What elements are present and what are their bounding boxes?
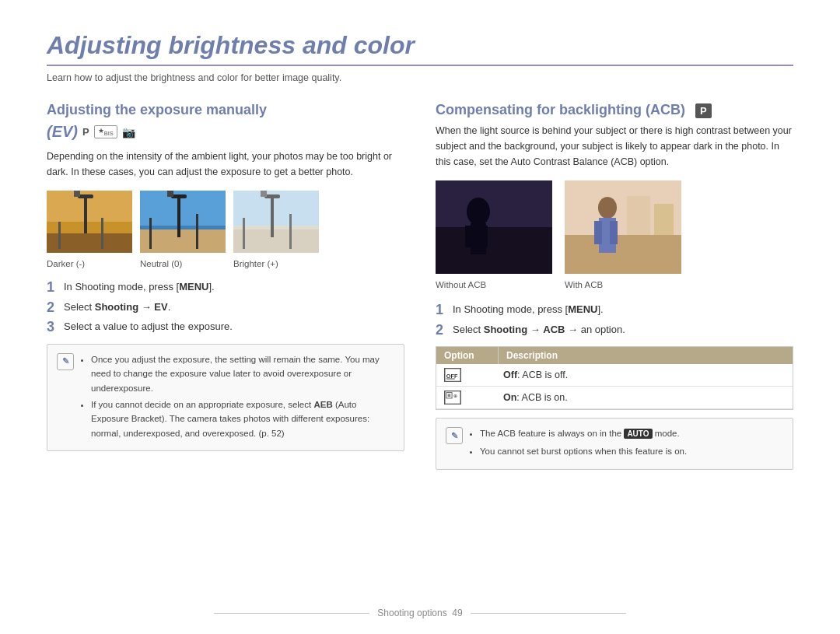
caption-neutral: Neutral (0) <box>140 259 226 268</box>
auto-badge: AUTO <box>624 429 652 439</box>
acb-options-table: Option Description OFF Off: ACB is <box>436 346 793 410</box>
svg-rect-7 <box>101 218 103 249</box>
svg-rect-23 <box>289 214 292 249</box>
svg-point-27 <box>467 198 490 226</box>
step-3: 3 Select a value to adjust the exposure. <box>47 319 404 336</box>
page-title: Adjusting brightness and color <box>47 31 793 66</box>
svg-rect-19 <box>271 194 274 237</box>
footer-page-number: 49 <box>452 608 462 618</box>
svg-rect-45 <box>448 394 451 398</box>
acb-off-desc: Off: ACB is off. <box>499 370 793 380</box>
camera-icon: 📷 <box>122 126 135 138</box>
caption-darker: Darker (-) <box>47 259 132 268</box>
svg-text:OFF: OFF <box>446 373 458 380</box>
step-2-number: 2 <box>47 299 59 317</box>
svg-rect-39 <box>610 221 618 244</box>
photo-neutral <box>140 191 226 253</box>
step-2-text: Select Shooting → EV. <box>64 299 404 315</box>
two-column-layout: Adjusting the exposure manually (EV) P ★… <box>47 102 793 470</box>
svg-rect-38 <box>594 221 602 244</box>
svg-rect-35 <box>654 204 674 235</box>
acb-on-desc: On: ACB is on. <box>499 392 793 403</box>
left-section-title: Adjusting the exposure manually <box>47 102 404 118</box>
darker-image-svg <box>47 191 132 253</box>
svg-rect-22 <box>243 218 245 249</box>
svg-rect-42 <box>446 379 455 380</box>
acb-photos-row <box>436 180 793 274</box>
caption-brighter: Brighter (+) <box>233 259 319 268</box>
step-2: 2 Select Shooting → EV. <box>47 299 404 317</box>
photo-brighter <box>233 191 319 253</box>
caption-without-acb: Without ACB <box>436 280 552 289</box>
table-row-on: ⊕ On: ACB is on. <box>436 387 793 409</box>
right-column: Compensating for backlighting (ACB) P Wh… <box>436 102 793 470</box>
svg-rect-14 <box>149 218 152 249</box>
svg-rect-26 <box>436 227 552 274</box>
step-1-number: 1 <box>47 279 59 296</box>
step-3-number: 3 <box>47 319 59 336</box>
right-step-1-number: 1 <box>436 302 448 319</box>
right-body-text: When the light source is behind your sub… <box>436 123 793 170</box>
table-header-row: Option Description <box>436 347 793 364</box>
mode-bis-icon: ★BIS <box>94 125 117 138</box>
svg-rect-33 <box>565 235 681 274</box>
step-1: 1 In Shooting mode, press [MENU]. <box>47 279 404 296</box>
svg-rect-15 <box>196 214 198 249</box>
right-section-title: Compensating for backlighting (ACB) P <box>436 102 793 118</box>
footer-divider-left <box>214 613 369 614</box>
neutral-image-svg <box>140 191 226 253</box>
page: Adjusting brightness and color Learn how… <box>0 0 840 634</box>
svg-rect-11 <box>177 194 180 237</box>
photo-without-acb <box>436 180 552 274</box>
without-acb-svg <box>436 180 552 274</box>
brighter-image-svg <box>233 191 319 253</box>
ev-label: (EV) <box>47 123 78 141</box>
svg-point-36 <box>598 197 617 219</box>
note-content-right: The ACB feature is always on in the AUTO… <box>469 426 687 461</box>
right-p-badge: P <box>695 103 712 118</box>
acb-off-icon: OFF <box>444 368 461 382</box>
step-1-text: In Shooting mode, press [MENU]. <box>64 279 404 295</box>
with-acb-svg <box>565 180 681 274</box>
note-content-left: Once you adjust the exposure, the settin… <box>80 352 394 443</box>
photo-darker <box>47 191 132 253</box>
table-header-option: Option <box>436 347 499 364</box>
svg-rect-2 <box>84 194 87 233</box>
acb-on-option: ⊕ <box>436 391 499 405</box>
svg-rect-4 <box>74 191 80 197</box>
footer-text: Shooting options 49 <box>377 608 462 618</box>
svg-rect-10 <box>140 229 226 253</box>
photo-with-acb <box>565 180 681 274</box>
acb-captions-row: Without ACB With ACB <box>436 280 793 289</box>
left-note-box: ✎ Once you adjust the exposure, the sett… <box>47 344 404 451</box>
acb-off-option: OFF <box>436 368 499 382</box>
right-step-1-text: In Shooting mode, press [MENU]. <box>453 302 793 317</box>
table-row-off: OFF Off: ACB is off. <box>436 364 793 387</box>
right-step-2-text: Select Shooting → ACB → an option. <box>453 322 793 338</box>
page-footer: Shooting options 49 <box>0 608 840 618</box>
acb-on-icon: ⊕ <box>444 391 461 405</box>
note-icon-right: ✎ <box>446 427 463 444</box>
svg-text:⊕: ⊕ <box>453 393 457 398</box>
right-step-2: 2 Select Shooting → ACB → an option. <box>436 322 793 339</box>
svg-rect-21 <box>261 191 267 197</box>
step-3-text: Select a value to adjust the exposure. <box>64 319 404 335</box>
note-icon-left: ✎ <box>57 353 74 370</box>
svg-rect-6 <box>58 222 61 249</box>
svg-rect-43 <box>445 391 460 404</box>
page-subtitle: Learn how to adjust the brightness and c… <box>47 72 793 83</box>
left-body-text: Depending on the intensity of the ambien… <box>47 149 404 180</box>
right-step-2-number: 2 <box>436 322 448 339</box>
p-mode-badge: P <box>82 126 89 138</box>
exposure-photos-row <box>47 191 404 253</box>
table-header-desc: Description <box>499 347 793 364</box>
left-steps: 1 In Shooting mode, press [MENU]. 2 Sele… <box>47 279 404 336</box>
caption-with-acb: With ACB <box>565 280 681 289</box>
svg-rect-18 <box>233 229 319 253</box>
svg-rect-30 <box>480 226 488 247</box>
svg-rect-25 <box>436 180 552 227</box>
svg-rect-29 <box>465 226 473 247</box>
svg-rect-13 <box>167 191 173 197</box>
svg-rect-34 <box>627 196 650 235</box>
right-steps: 1 In Shooting mode, press [MENU]. 2 Sele… <box>436 302 793 338</box>
